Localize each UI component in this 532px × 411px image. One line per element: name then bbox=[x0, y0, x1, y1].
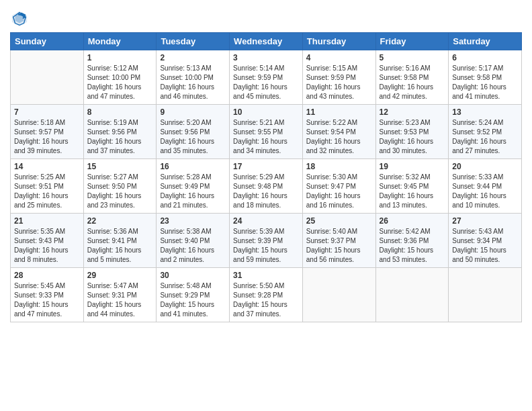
day-number: 19 bbox=[380, 162, 445, 171]
day-number: 30 bbox=[160, 271, 226, 280]
calendar-day-cell: 13Sunrise: 5:24 AM Sunset: 9:52 PM Dayli… bbox=[449, 105, 522, 159]
day-info: Sunrise: 5:23 AM Sunset: 9:53 PM Dayligh… bbox=[380, 118, 445, 156]
day-info: Sunrise: 5:12 AM Sunset: 10:00 PM Daylig… bbox=[87, 64, 153, 101]
calendar-day-cell: 31Sunrise: 5:50 AM Sunset: 9:28 PM Dayli… bbox=[230, 268, 303, 322]
day-number: 13 bbox=[452, 107, 518, 117]
day-number: 27 bbox=[452, 216, 518, 226]
calendar-day-cell: 29Sunrise: 5:47 AM Sunset: 9:31 PM Dayli… bbox=[83, 268, 157, 322]
day-info: Sunrise: 5:32 AM Sunset: 9:45 PM Dayligh… bbox=[380, 173, 445, 210]
calendar-day-cell: 4Sunrise: 5:15 AM Sunset: 9:59 PM Daylig… bbox=[302, 50, 375, 105]
calendar-week-row: 28Sunrise: 5:45 AM Sunset: 9:33 PM Dayli… bbox=[11, 268, 522, 322]
day-info: Sunrise: 5:40 AM Sunset: 9:37 PM Dayligh… bbox=[306, 227, 372, 265]
day-number: 28 bbox=[14, 271, 80, 280]
calendar-day-cell: 10Sunrise: 5:21 AM Sunset: 9:55 PM Dayli… bbox=[230, 105, 303, 159]
day-number: 8 bbox=[87, 107, 153, 117]
day-info: Sunrise: 5:27 AM Sunset: 9:50 PM Dayligh… bbox=[87, 173, 153, 210]
day-number: 10 bbox=[233, 107, 299, 117]
day-info: Sunrise: 5:17 AM Sunset: 9:58 PM Dayligh… bbox=[452, 64, 518, 101]
weekday-header: Saturday bbox=[449, 33, 522, 50]
calendar-day-cell: 9Sunrise: 5:20 AM Sunset: 9:56 PM Daylig… bbox=[157, 105, 230, 159]
calendar-day-cell: 25Sunrise: 5:40 AM Sunset: 9:37 PM Dayli… bbox=[302, 214, 375, 268]
day-number: 24 bbox=[233, 216, 299, 226]
day-info: Sunrise: 5:28 AM Sunset: 9:49 PM Dayligh… bbox=[160, 173, 226, 210]
day-info: Sunrise: 5:18 AM Sunset: 9:57 PM Dayligh… bbox=[14, 118, 80, 156]
calendar-day-cell: 28Sunrise: 5:45 AM Sunset: 9:33 PM Dayli… bbox=[11, 268, 84, 322]
day-number: 26 bbox=[380, 216, 445, 226]
day-number: 7 bbox=[14, 107, 80, 117]
calendar-day-cell: 11Sunrise: 5:22 AM Sunset: 9:54 PM Dayli… bbox=[302, 105, 375, 159]
calendar-day-cell bbox=[375, 268, 449, 322]
day-number: 18 bbox=[306, 162, 372, 171]
day-info: Sunrise: 5:30 AM Sunset: 9:47 PM Dayligh… bbox=[306, 173, 372, 210]
day-number: 14 bbox=[14, 162, 80, 171]
calendar-day-cell: 30Sunrise: 5:48 AM Sunset: 9:29 PM Dayli… bbox=[157, 268, 230, 322]
day-info: Sunrise: 5:25 AM Sunset: 9:51 PM Dayligh… bbox=[14, 173, 80, 210]
calendar-week-row: 14Sunrise: 5:25 AM Sunset: 9:51 PM Dayli… bbox=[11, 159, 522, 214]
calendar-day-cell: 22Sunrise: 5:36 AM Sunset: 9:41 PM Dayli… bbox=[83, 214, 157, 268]
day-info: Sunrise: 5:21 AM Sunset: 9:55 PM Dayligh… bbox=[233, 118, 299, 156]
calendar-table: SundayMondayTuesdayWednesdayThursdayFrid… bbox=[10, 32, 522, 322]
day-info: Sunrise: 5:48 AM Sunset: 9:29 PM Dayligh… bbox=[160, 281, 226, 319]
calendar-header-row: SundayMondayTuesdayWednesdayThursdayFrid… bbox=[11, 33, 522, 50]
day-number: 12 bbox=[380, 107, 445, 117]
calendar-day-cell: 16Sunrise: 5:28 AM Sunset: 9:49 PM Dayli… bbox=[157, 159, 230, 214]
weekday-header: Wednesday bbox=[230, 33, 303, 50]
day-number: 9 bbox=[160, 107, 226, 117]
calendar-day-cell: 7Sunrise: 5:18 AM Sunset: 9:57 PM Daylig… bbox=[11, 105, 84, 159]
day-info: Sunrise: 5:13 AM Sunset: 10:00 PM Daylig… bbox=[160, 64, 226, 101]
day-number: 4 bbox=[306, 53, 372, 62]
day-info: Sunrise: 5:38 AM Sunset: 9:40 PM Dayligh… bbox=[160, 227, 226, 265]
day-number: 29 bbox=[87, 271, 153, 280]
day-info: Sunrise: 5:43 AM Sunset: 9:34 PM Dayligh… bbox=[452, 227, 518, 265]
day-info: Sunrise: 5:50 AM Sunset: 9:28 PM Dayligh… bbox=[233, 281, 299, 319]
weekday-header: Monday bbox=[83, 33, 157, 50]
day-info: Sunrise: 5:35 AM Sunset: 9:43 PM Dayligh… bbox=[14, 227, 80, 265]
day-info: Sunrise: 5:45 AM Sunset: 9:33 PM Dayligh… bbox=[14, 281, 80, 319]
calendar-day-cell: 14Sunrise: 5:25 AM Sunset: 9:51 PM Dayli… bbox=[11, 159, 84, 214]
calendar-day-cell bbox=[449, 268, 522, 322]
day-info: Sunrise: 5:14 AM Sunset: 9:59 PM Dayligh… bbox=[233, 64, 299, 101]
day-info: Sunrise: 5:39 AM Sunset: 9:39 PM Dayligh… bbox=[233, 227, 299, 265]
day-number: 15 bbox=[87, 162, 153, 171]
calendar-day-cell: 21Sunrise: 5:35 AM Sunset: 9:43 PM Dayli… bbox=[11, 214, 84, 268]
day-number: 31 bbox=[233, 271, 299, 280]
day-number: 11 bbox=[306, 107, 372, 117]
day-info: Sunrise: 5:19 AM Sunset: 9:56 PM Dayligh… bbox=[87, 118, 153, 156]
calendar-day-cell: 24Sunrise: 5:39 AM Sunset: 9:39 PM Dayli… bbox=[230, 214, 303, 268]
calendar-day-cell: 3Sunrise: 5:14 AM Sunset: 9:59 PM Daylig… bbox=[230, 50, 303, 105]
day-number: 25 bbox=[306, 216, 372, 226]
day-number: 1 bbox=[87, 53, 153, 62]
calendar-day-cell: 6Sunrise: 5:17 AM Sunset: 9:58 PM Daylig… bbox=[449, 50, 522, 105]
calendar-day-cell: 2Sunrise: 5:13 AM Sunset: 10:00 PM Dayli… bbox=[157, 50, 230, 105]
day-number: 16 bbox=[160, 162, 226, 171]
day-info: Sunrise: 5:33 AM Sunset: 9:44 PM Dayligh… bbox=[452, 173, 518, 210]
day-number: 5 bbox=[380, 53, 445, 62]
day-number: 3 bbox=[233, 53, 299, 62]
weekday-header: Friday bbox=[375, 33, 449, 50]
calendar-day-cell: 15Sunrise: 5:27 AM Sunset: 9:50 PM Dayli… bbox=[83, 159, 157, 214]
page: SundayMondayTuesdayWednesdayThursdayFrid… bbox=[0, 0, 532, 332]
logo-icon bbox=[10, 9, 29, 28]
calendar-day-cell: 17Sunrise: 5:29 AM Sunset: 9:48 PM Dayli… bbox=[230, 159, 303, 214]
logo bbox=[10, 9, 30, 28]
day-info: Sunrise: 5:29 AM Sunset: 9:48 PM Dayligh… bbox=[233, 173, 299, 210]
day-info: Sunrise: 5:20 AM Sunset: 9:56 PM Dayligh… bbox=[160, 118, 226, 156]
day-info: Sunrise: 5:16 AM Sunset: 9:58 PM Dayligh… bbox=[380, 64, 445, 101]
day-number: 20 bbox=[452, 162, 518, 171]
calendar-day-cell: 5Sunrise: 5:16 AM Sunset: 9:58 PM Daylig… bbox=[375, 50, 449, 105]
calendar-day-cell: 18Sunrise: 5:30 AM Sunset: 9:47 PM Dayli… bbox=[302, 159, 375, 214]
weekday-header: Thursday bbox=[302, 33, 375, 50]
day-number: 17 bbox=[233, 162, 299, 171]
calendar-day-cell: 23Sunrise: 5:38 AM Sunset: 9:40 PM Dayli… bbox=[157, 214, 230, 268]
day-number: 22 bbox=[87, 216, 153, 226]
day-info: Sunrise: 5:42 AM Sunset: 9:36 PM Dayligh… bbox=[380, 227, 445, 265]
day-number: 6 bbox=[452, 53, 518, 62]
calendar-day-cell: 8Sunrise: 5:19 AM Sunset: 9:56 PM Daylig… bbox=[83, 105, 157, 159]
calendar-week-row: 1Sunrise: 5:12 AM Sunset: 10:00 PM Dayli… bbox=[11, 50, 522, 105]
day-number: 21 bbox=[14, 216, 80, 226]
calendar-day-cell: 1Sunrise: 5:12 AM Sunset: 10:00 PM Dayli… bbox=[83, 50, 157, 105]
day-number: 2 bbox=[160, 53, 226, 62]
calendar-week-row: 7Sunrise: 5:18 AM Sunset: 9:57 PM Daylig… bbox=[11, 105, 522, 159]
calendar-day-cell bbox=[11, 50, 84, 105]
calendar-week-row: 21Sunrise: 5:35 AM Sunset: 9:43 PM Dayli… bbox=[11, 214, 522, 268]
